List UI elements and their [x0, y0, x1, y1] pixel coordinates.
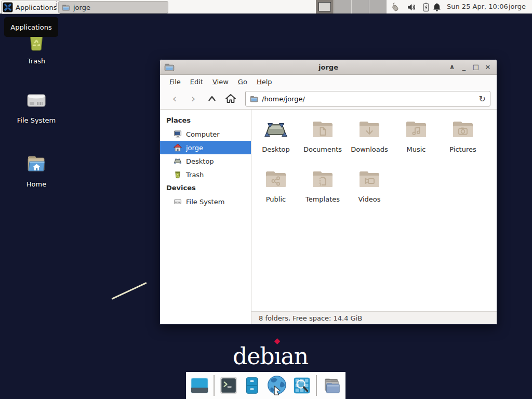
home-folder-icon — [24, 152, 49, 177]
applications-menu-label: Applications — [16, 4, 57, 11]
templates-folder-icon — [310, 167, 335, 192]
sidebar-item-label: jorge — [186, 144, 203, 152]
web-browser-globe-icon[interactable] — [266, 374, 288, 397]
home-icon — [225, 93, 236, 104]
sidebar-item-trash[interactable]: Trash — [160, 168, 251, 181]
computer-icon — [174, 130, 182, 138]
folder-item-music[interactable]: Music — [393, 117, 440, 167]
path-input[interactable] — [262, 95, 475, 103]
pathbar-folder-icon — [250, 95, 258, 103]
desktop-mini-icon — [174, 157, 182, 165]
dock-separator — [214, 375, 215, 396]
sidebar-item-jorge[interactable]: jorge — [160, 141, 251, 154]
show-desktop-icon[interactable] — [190, 376, 209, 395]
input-device-tray-icon[interactable] — [390, 2, 401, 12]
sidebar-item-label: Computer — [186, 130, 220, 138]
taskbar-window-label: jorge — [73, 4, 90, 11]
statusbar: 8 folders, Free space: 14.4 GiB — [251, 311, 497, 324]
file-manager-window: jorge ∧ _ □ × File Edit View Go Help ‹ › — [159, 59, 497, 325]
folder-item-templates[interactable]: Templates — [299, 167, 346, 217]
workspace-2[interactable] — [334, 0, 351, 14]
sidebar-item-file-system[interactable]: File System — [160, 195, 251, 208]
home-button[interactable] — [222, 91, 239, 107]
xfce-applications-icon — [3, 2, 13, 12]
taskbar-window-button[interactable]: jorge — [58, 1, 168, 14]
app-finder-icon[interactable] — [292, 376, 311, 395]
menubar: File Edit View Go Help — [160, 75, 497, 88]
folder-item-desktop[interactable]: Desktop — [252, 117, 299, 167]
debian-diamond-dot: ◆ — [274, 336, 280, 345]
user-home-icon — [174, 143, 182, 152]
sidebar-places-header: Places — [160, 114, 251, 127]
documents-folder-icon — [310, 117, 335, 142]
menu-go[interactable]: Go — [233, 76, 252, 88]
menu-help[interactable]: Help — [252, 76, 277, 88]
battery-tray-icon[interactable] — [421, 2, 431, 12]
panel-clock[interactable]: Sun 25 Apr, 10:06 — [447, 3, 508, 10]
desktop-icon-home[interactable]: Home — [11, 152, 61, 188]
downloads-folder-icon — [357, 117, 382, 142]
maximize-button[interactable]: □ — [472, 63, 480, 71]
workspace-4[interactable] — [369, 0, 387, 14]
folder-item-videos[interactable]: Videos — [346, 167, 393, 217]
shade-button[interactable]: ∧ — [448, 63, 456, 71]
pictures-folder-icon — [450, 117, 475, 142]
folder-item-documents[interactable]: Documents — [299, 117, 346, 167]
file-cabinet-icon[interactable] — [243, 376, 261, 395]
file-manager-folders-icon[interactable] — [322, 375, 341, 396]
folder-label: Desktop — [262, 145, 290, 153]
public-folder-icon — [263, 167, 288, 192]
volume-tray-icon[interactable] — [406, 2, 417, 12]
sidebar-item-label: Trash — [186, 171, 204, 179]
folder-label: Public — [266, 195, 286, 203]
back-button[interactable]: ‹ — [166, 91, 183, 107]
dock-panel — [186, 372, 345, 399]
applications-menu-button[interactable]: Applications — [1, 1, 61, 14]
menu-edit[interactable]: Edit — [185, 76, 208, 88]
folder-label: Templates — [305, 195, 340, 203]
window-titlebar[interactable]: jorge ∧ _ □ × — [160, 60, 497, 75]
applications-tooltip-text: Applications — [10, 23, 51, 31]
sidebar-item-desktop[interactable]: Desktop — [160, 154, 251, 168]
panel-username: jorge — [509, 3, 526, 10]
sidebar-item-computer[interactable]: Computer — [160, 127, 251, 141]
folder-item-pictures[interactable]: Pictures — [440, 117, 486, 167]
menu-file[interactable]: File — [165, 76, 185, 88]
desktop-icon-label: Trash — [28, 57, 45, 65]
hard-drive-mini-icon — [174, 197, 182, 206]
workspace-window-preview — [318, 2, 331, 11]
terminal-icon[interactable] — [219, 376, 238, 395]
folder-label: Music — [407, 145, 426, 153]
minimize-button[interactable]: _ — [460, 63, 468, 71]
folder-label: Videos — [358, 195, 380, 203]
location-bar: ↻ — [245, 91, 490, 107]
folder-icon-view: Desktop Documents — [251, 110, 497, 311]
top-panel: Applications ⋮⋮ jorge Su — [0, 0, 532, 14]
debian-logo-text: an — [281, 343, 308, 369]
debian-logo-text: deb — [233, 343, 274, 369]
toolbar: ‹ › ↻ — [160, 88, 497, 110]
folder-item-downloads[interactable]: Downloads — [346, 117, 393, 167]
applications-tooltip: Applications — [4, 17, 58, 37]
window-folder-icon — [164, 62, 175, 72]
workspace-3[interactable] — [351, 0, 369, 14]
desktop-icon-label: File System — [17, 116, 56, 124]
workspace-switcher — [316, 0, 387, 14]
desktop-special-icon — [263, 117, 288, 142]
folder-window-icon — [62, 3, 70, 11]
close-button[interactable]: × — [484, 63, 491, 71]
desktop-stroke-artifact — [111, 282, 147, 300]
debian-logo-i: ◆ı — [274, 343, 281, 369]
videos-folder-icon — [357, 167, 382, 192]
forward-button[interactable]: › — [185, 91, 202, 107]
notifications-bell-tray-icon[interactable] — [432, 2, 442, 12]
up-button[interactable] — [204, 91, 220, 107]
folder-item-public[interactable]: Public — [252, 167, 299, 217]
reload-button[interactable]: ↻ — [479, 94, 486, 104]
workspace-1[interactable] — [316, 0, 334, 14]
folder-label: Pictures — [449, 145, 476, 153]
desktop-icon-file-system[interactable]: File System — [11, 88, 61, 124]
menu-view[interactable]: View — [208, 76, 233, 88]
debian-logo: deb◆ıan — [233, 343, 308, 369]
trash-mini-icon — [174, 170, 182, 179]
